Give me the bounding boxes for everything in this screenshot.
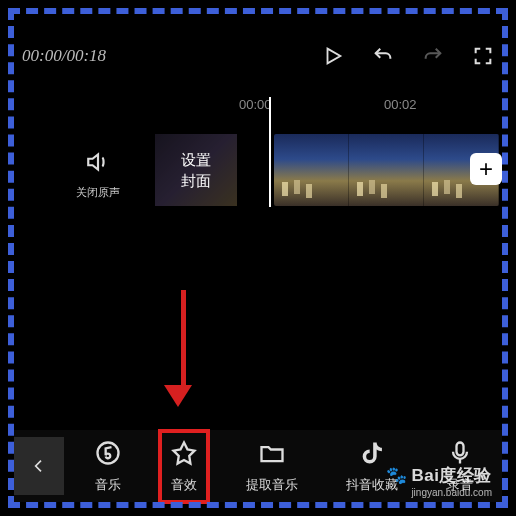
toolbar-music[interactable]: 音乐 bbox=[86, 435, 130, 498]
clip-frame bbox=[349, 134, 424, 206]
cover-label: 设置 封面 bbox=[181, 149, 211, 191]
app-root: 00:00/00:18 00:00 00:02 关闭原声 bbox=[0, 0, 516, 516]
toolbar-label: 音效 bbox=[171, 476, 197, 494]
folder-icon bbox=[258, 439, 286, 471]
undo-button[interactable] bbox=[372, 45, 394, 67]
speaker-icon bbox=[85, 149, 111, 179]
svg-marker-3 bbox=[174, 442, 195, 463]
svg-marker-0 bbox=[328, 49, 341, 64]
toolbar-label: 抖音收藏 bbox=[346, 476, 398, 494]
mute-label: 关闭原声 bbox=[76, 185, 120, 200]
toolbar-label: 录音 bbox=[447, 476, 473, 494]
toolbar-sound-effects[interactable]: 音效 bbox=[162, 435, 206, 498]
bottom-toolbar: 音乐 音效 提取音乐 抖音收藏 bbox=[14, 430, 502, 502]
ruler-mark-0: 00:00 bbox=[239, 97, 272, 112]
video-clip-strip[interactable] bbox=[274, 134, 499, 206]
toolbar-record[interactable]: 录音 bbox=[438, 435, 482, 498]
plus-icon: + bbox=[479, 155, 493, 183]
mute-original-sound[interactable]: 关闭原声 bbox=[76, 149, 120, 200]
svg-marker-1 bbox=[88, 154, 98, 169]
redo-button[interactable] bbox=[422, 45, 444, 67]
set-cover-tile[interactable]: 设置 封面 bbox=[155, 134, 237, 206]
timecode: 00:00/00:18 bbox=[22, 46, 106, 66]
add-clip-button[interactable]: + bbox=[470, 153, 502, 185]
toolbar-label: 提取音乐 bbox=[246, 476, 298, 494]
timeline[interactable]: 关闭原声 设置 封面 + bbox=[14, 119, 502, 259]
top-controls bbox=[322, 45, 494, 67]
music-note-icon bbox=[94, 439, 122, 471]
toolbar-douyin-favorites[interactable]: 抖音收藏 bbox=[338, 435, 406, 498]
top-bar: 00:00/00:18 bbox=[14, 45, 502, 67]
star-icon bbox=[170, 439, 198, 471]
back-button[interactable] bbox=[14, 437, 64, 495]
playhead[interactable] bbox=[269, 97, 271, 207]
clip-frame bbox=[274, 134, 349, 206]
douyin-icon bbox=[358, 439, 386, 471]
toolbar-extract-music[interactable]: 提取音乐 bbox=[238, 435, 306, 498]
play-button[interactable] bbox=[322, 45, 344, 67]
annotation-arrow bbox=[175, 290, 192, 407]
toolbar-label: 音乐 bbox=[95, 476, 121, 494]
microphone-icon bbox=[446, 439, 474, 471]
fullscreen-button[interactable] bbox=[472, 45, 494, 67]
timeline-ruler: 00:00 00:02 bbox=[14, 97, 502, 115]
svg-rect-4 bbox=[457, 442, 464, 455]
ruler-mark-1: 00:02 bbox=[384, 97, 417, 112]
